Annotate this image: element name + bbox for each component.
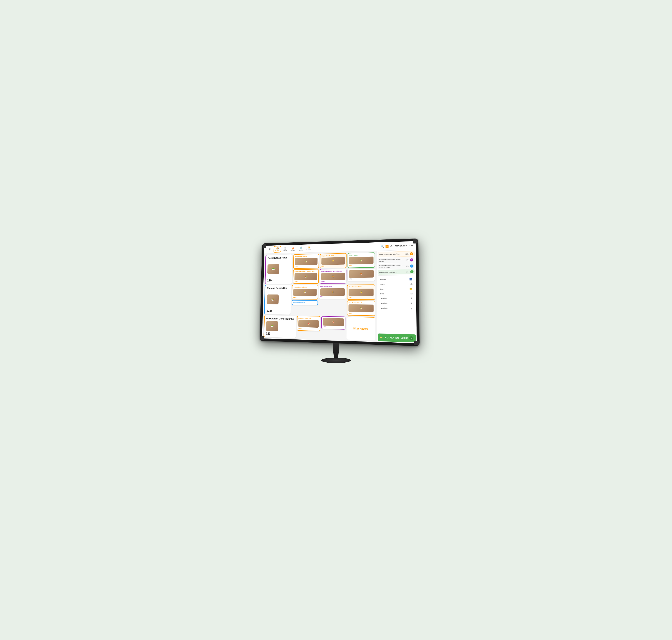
betalning-button[interactable]: 💳 BETALNING 600,00 5	[378, 334, 416, 343]
small-cards-row3-col2: 🍖 123:-	[321, 316, 346, 339]
payment-kort-icon: 💳	[409, 288, 412, 291]
payment-terminal1[interactable]: Terminal 1 🖥	[379, 296, 414, 301]
card-price-pariatur: 123:-	[294, 280, 317, 282]
betalning-amount: 600,00 5	[400, 336, 413, 340]
cart-item-name-4: Aliquid Atque Voluptatum	[379, 271, 405, 273]
card-name-velit: Velit Omnis Unde	[293, 302, 317, 303]
payment-kontant-label: Kontant	[380, 278, 386, 280]
food-img-velit2: 🥘	[320, 288, 345, 296]
payment-terminal3[interactable]: Terminal 3 🖥	[379, 306, 414, 311]
card-price-r3b: 123:-	[323, 326, 344, 328]
food-img-royal2: 🌮	[349, 289, 374, 296]
nav-label-dessert: Dessert	[290, 249, 295, 251]
sort-icon[interactable]: ⚙	[390, 245, 393, 248]
nav-item-dessert2[interactable]: 🍮 Dessert	[305, 245, 313, 251]
small-card-eos[interactable]: Eos Perspiciatis Harum 🥙 123:-	[347, 300, 375, 316]
cart-separator	[378, 275, 415, 276]
search-icon[interactable]: 🔍	[381, 245, 384, 248]
small-card-pariatur[interactable]: Pariatur Maiores Consequatur 🥗 123:-	[293, 269, 319, 284]
small-card-ratione[interactable]: Ratione Rerum Hic 🥙 123:-	[293, 254, 319, 269]
featured-item-price-1: 120:-	[267, 279, 290, 282]
small-card-velit2[interactable]: Velit Omnis Unde 🥘 123:-	[319, 285, 346, 299]
payment-kort[interactable]: Kort 💳	[379, 287, 414, 291]
cart-item-3[interactable]: Royal Kebab Plate With Bread... - Souce …	[378, 263, 415, 269]
card-name-sit: Sit A Facere	[349, 254, 374, 256]
card-img-ratione-r3: 🥙	[298, 320, 319, 328]
betalning-card-icon: 💳	[380, 336, 382, 338]
nav-item-all[interactable]: ⊞ All	[266, 246, 273, 252]
food-image-3: 🥗	[266, 321, 278, 331]
stand-neck	[331, 343, 341, 358]
sit-a-facere-large[interactable]: Sit A Facere	[346, 317, 375, 340]
small-card-omnis[interactable]: Omnis Labore Quae 🌯 123:-	[292, 285, 318, 300]
featured-card-ratione[interactable]: Ratione Rerum Hic 🥗 123:-	[264, 285, 291, 315]
nav-item-dessert[interactable]: 🍰 Dessert	[289, 246, 297, 252]
card-price-item6: 123:-	[349, 278, 374, 280]
filter-icon[interactable]: 📶	[385, 245, 389, 248]
dessert2-icon: 🍮	[307, 246, 310, 249]
card-name-eos: Eos Perspiciatis Harum	[349, 302, 374, 304]
nav-item-lunch[interactable]: 🍜 Lunch	[274, 246, 281, 252]
sit-a-facere-text: Sit A Facere	[353, 327, 368, 330]
payment-terminal2-icon: 🖥	[410, 302, 413, 305]
menu-area: Royal Kebab Plate 🥗 120:- Ratione Rerum …	[262, 251, 377, 342]
food-image-1: 🥗	[267, 264, 279, 274]
dessert-icon: 🍰	[291, 247, 294, 250]
card-img-velit2: 🥘	[320, 288, 345, 296]
card-name-velit2: Velit Omnis Unde	[320, 286, 345, 288]
small-card-royal-kebab-2[interactable]: Royal Kebab Plate 🌮 120:-	[347, 285, 375, 300]
featured-item-image-3: 🥗	[266, 321, 278, 331]
small-card-royal-kebab-orange[interactable]: Royal Kebab Plate 🌮 120:-	[320, 253, 347, 268]
payment-bord[interactable]: Bord htl	[379, 292, 414, 296]
card-img-eos: 🥙	[349, 304, 374, 312]
cart-item-4[interactable]: Aliquid Atque Voluptatum 120:- 1	[378, 269, 415, 275]
featured-card-ut-dolorem[interactable]: Ut Dolorem Consequuntur 🥗 123:-	[263, 315, 296, 338]
payment-swish[interactable]: Swish ◎	[379, 282, 414, 287]
payment-terminal2-label: Terminal 2	[380, 302, 389, 304]
nav-item-food[interactable]: 🍴 Food	[281, 246, 289, 252]
more-button[interactable]: •••	[409, 244, 413, 247]
small-card-item6[interactable]: 🍖 123:-	[348, 268, 375, 281]
cart-item-name-3: Royal Kebab Plate With Bread... - Souce …	[379, 264, 405, 268]
payment-bord-label: Bord	[380, 293, 384, 295]
food-img-molestiae: 🥘	[321, 273, 345, 280]
payment-terminal2[interactable]: Terminal 2 🖥	[379, 301, 414, 306]
featured-item-price-3: 123:-	[266, 332, 294, 336]
featured-item-name-2: Ratione Rerum Hic	[267, 287, 289, 289]
small-card-velit-omnis[interactable]: Velit Omnis Unde	[292, 300, 318, 305]
payment-terminal1-icon: 🖥	[410, 297, 412, 300]
nav-label-all: All	[269, 250, 270, 252]
payment-kontant[interactable]: Kontant 🏧	[379, 277, 413, 282]
stand-base	[321, 358, 351, 363]
small-card-molestiae[interactable]: Molestiae Atque Repudiandae 🥘 123:-	[320, 269, 346, 284]
cart-item-1[interactable]: Royal Kebab Plate With Rice... 120:- 1	[378, 251, 414, 257]
cart-item-price-4: 120:-	[406, 271, 409, 273]
nav-actions: 🔍 📶 ⚙	[381, 245, 393, 248]
small-card-r3b[interactable]: 🍖 123:-	[321, 316, 345, 330]
small-cards-row2-col3: Royal Kebab Plate 🌮 120:- Eos Perspiciat…	[347, 285, 375, 316]
corner-tl	[263, 244, 266, 248]
nav-label-dessert2: Dessert	[306, 249, 311, 250]
food-img-item6: 🍖	[349, 270, 374, 278]
cart-item-price-2: 120:-	[406, 259, 409, 261]
small-card-sit-a-facere[interactable]: Sit A Facere 🥙 123:-	[348, 252, 375, 268]
corner-bl	[261, 336, 264, 340]
food-img-ratione: 🥙	[295, 258, 318, 265]
nav-item-drinks[interactable]: 🥤 Drinks	[297, 246, 305, 252]
small-card-ratione-r3[interactable]: Ratione Rerum Hic 🥙 123:-	[297, 316, 320, 331]
small-cards-row2-col1: Omnis Labore Quae 🌯 123:- Velit Omnis Un…	[292, 285, 318, 315]
cart-item-qty-4: 1	[410, 271, 413, 274]
card-name-pariatur: Pariatur Maiores Consequatur	[294, 271, 317, 273]
all-icon: ⊞	[268, 247, 271, 250]
featured-item-image-1: 🥗	[267, 264, 279, 274]
payment-swish-label: Swish	[380, 283, 385, 285]
card-name-ratione: Ratione Rerum Hic	[295, 255, 318, 258]
card-img-pariatur: 🥗	[294, 273, 317, 280]
monitor-inner: ⊞ All 🍜 Lunch 🍴 Food 🍰 Dessert	[262, 241, 417, 343]
cart-item-2[interactable]: Royal Kebab Plate With Bread... - Tomato…	[378, 257, 414, 263]
cart-item-price-3: 120:-	[406, 265, 409, 267]
featured-card-royal-kebab[interactable]: Royal Kebab Plate 🥗 120:-	[265, 254, 292, 284]
betalning-label: BETALNING	[385, 336, 399, 339]
drinks-icon: 🥤	[300, 246, 302, 249]
featured-row-2: Ratione Rerum Hic 🥗 123:- Omnis Labore Q…	[264, 285, 375, 316]
